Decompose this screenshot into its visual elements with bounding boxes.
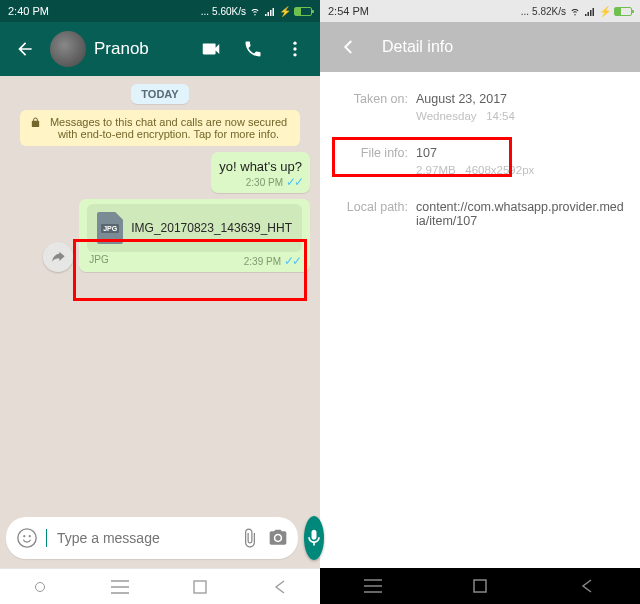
back-button[interactable] xyxy=(332,30,366,64)
svg-rect-7 xyxy=(474,580,486,592)
message-row: JPG IMG_20170823_143639_HHT JPG 2:39 PM … xyxy=(10,199,310,272)
forward-icon xyxy=(50,249,66,265)
file-info-label: File info: xyxy=(336,146,408,160)
taken-on-time: 14:54 xyxy=(486,110,515,122)
taken-on-label: Taken on: xyxy=(336,92,408,106)
forward-button[interactable] xyxy=(43,242,73,272)
camera-icon[interactable] xyxy=(268,528,288,548)
wifi-icon xyxy=(569,5,581,17)
page-title: Detail info xyxy=(382,38,453,56)
detail-info-screen: 2:54 PM ... 5.82K/s ⚡ Detail info Taken … xyxy=(320,0,640,604)
lock-icon xyxy=(30,117,41,128)
taken-on-date: August 23, 2017 xyxy=(416,92,507,106)
more-button[interactable] xyxy=(278,32,312,66)
chat-body[interactable]: TODAY Messages to this chat and calls ar… xyxy=(0,76,320,510)
svg-point-3 xyxy=(18,529,36,547)
svg-point-5 xyxy=(29,535,31,537)
back-button[interactable] xyxy=(8,32,42,66)
detail-body[interactable]: Taken on: August 23, 2017 Wednesday 14:5… xyxy=(320,72,640,568)
video-call-button[interactable] xyxy=(194,32,228,66)
file-size: 2.97MB xyxy=(416,164,456,176)
more-vert-icon xyxy=(285,39,305,59)
mic-button[interactable] xyxy=(304,516,324,560)
date-chip: TODAY xyxy=(131,84,188,104)
detail-header: Detail info xyxy=(320,22,640,72)
taken-on-day: Wednesday xyxy=(416,110,477,122)
message-row: yo! what's up? 2:30 PM ✓✓ xyxy=(10,152,310,193)
nav-bar xyxy=(320,568,640,604)
message-text: yo! what's up? xyxy=(219,159,302,174)
nav-back[interactable] xyxy=(567,579,607,593)
status-bar: 2:54 PM ... 5.82K/s ⚡ xyxy=(320,0,640,22)
svg-point-1 xyxy=(293,47,296,50)
svg-point-4 xyxy=(23,535,25,537)
file-info-name: 107 xyxy=(416,146,437,160)
wifi-icon xyxy=(249,5,261,17)
attach-icon[interactable] xyxy=(240,528,260,548)
battery-icon xyxy=(294,7,312,16)
taken-on-group: Taken on: August 23, 2017 Wednesday 14:5… xyxy=(336,92,624,122)
net-speed: 5.82K/s xyxy=(532,6,566,17)
message-time: 2:30 PM xyxy=(246,177,283,188)
local-path-group: Local path: content://com.whatsapp.provi… xyxy=(336,200,624,228)
message-input-field[interactable] xyxy=(6,517,298,559)
read-ticks-icon: ✓✓ xyxy=(284,254,300,268)
contact-name[interactable]: Pranob xyxy=(94,39,186,59)
nav-recent[interactable] xyxy=(20,582,60,592)
message-input[interactable] xyxy=(57,530,232,546)
file-message-out[interactable]: JPG IMG_20170823_143639_HHT JPG 2:39 PM … xyxy=(79,199,310,272)
voice-call-button[interactable] xyxy=(236,32,270,66)
encryption-notice[interactable]: Messages to this chat and calls are now … xyxy=(20,110,300,146)
file-dims: 4608x2592px xyxy=(465,164,534,176)
svg-point-0 xyxy=(293,42,296,45)
nav-home[interactable] xyxy=(180,580,220,594)
signal-icon xyxy=(264,5,276,17)
video-icon xyxy=(200,38,222,60)
nav-menu[interactable] xyxy=(353,579,393,593)
chat-header: Pranob xyxy=(0,22,320,76)
chevron-left-icon xyxy=(340,38,358,56)
back-arrow-icon xyxy=(15,39,35,59)
mic-icon xyxy=(304,528,324,548)
status-time: 2:40 PM xyxy=(8,5,49,17)
file-attachment[interactable]: JPG IMG_20170823_143639_HHT xyxy=(87,204,302,252)
status-bar: 2:40 PM ... 5.60K/s ⚡ xyxy=(0,0,320,22)
file-name: IMG_20170823_143639_HHT xyxy=(131,221,292,235)
battery-icon xyxy=(614,7,632,16)
nav-back[interactable] xyxy=(260,580,300,594)
status-icons: ... 5.60K/s ⚡ xyxy=(201,5,312,17)
file-info-group: File info: 107 2.97MB 4608x2592px xyxy=(336,142,624,184)
phone-icon xyxy=(243,39,263,59)
text-cursor xyxy=(46,529,47,547)
nav-home[interactable] xyxy=(460,579,500,593)
whatsapp-chat-screen: 2:40 PM ... 5.60K/s ⚡ Pranob TODAY Mes xyxy=(0,0,320,604)
text-message-out[interactable]: yo! what's up? 2:30 PM ✓✓ xyxy=(211,152,310,193)
file-type-icon: JPG xyxy=(97,212,123,244)
status-icons: ... 5.82K/s ⚡ xyxy=(521,5,632,17)
file-ext: JPG xyxy=(89,254,108,268)
net-speed: 5.60K/s xyxy=(212,6,246,17)
emoji-icon[interactable] xyxy=(16,527,38,549)
local-path-label: Local path: xyxy=(336,200,408,228)
svg-point-2 xyxy=(293,53,296,56)
message-time: 2:39 PM xyxy=(244,256,281,267)
signal-icon xyxy=(584,5,596,17)
local-path-value: content://com.whatsapp.provider.media/it… xyxy=(416,200,624,228)
message-input-bar xyxy=(0,510,320,568)
svg-rect-6 xyxy=(194,581,206,593)
nav-menu[interactable] xyxy=(100,580,140,594)
avatar[interactable] xyxy=(50,31,86,67)
nav-bar xyxy=(0,568,320,604)
read-ticks-icon: ✓✓ xyxy=(286,175,302,189)
status-time: 2:54 PM xyxy=(328,5,369,17)
